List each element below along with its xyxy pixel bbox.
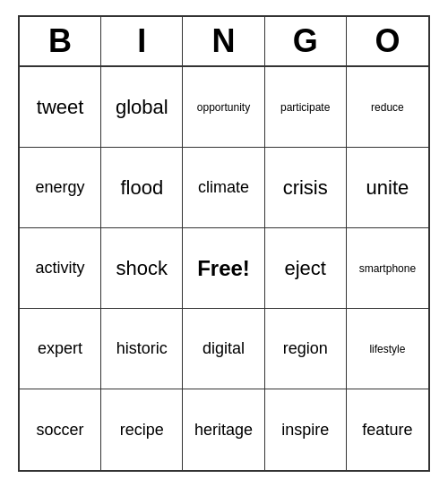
bingo-grid: tweetglobalopportunityparticipatereducee…	[20, 67, 428, 470]
bingo-cell: feature	[347, 389, 428, 470]
bingo-cell: Free!	[183, 228, 264, 309]
header-letter: B	[20, 17, 101, 65]
header-letter: G	[265, 17, 347, 65]
cell-text: digital	[202, 339, 245, 358]
bingo-cell: tweet	[20, 67, 101, 148]
bingo-cell: participate	[265, 67, 347, 148]
bingo-cell: expert	[20, 309, 101, 389]
cell-text: reduce	[371, 101, 404, 114]
bingo-cell: soccer	[20, 389, 101, 470]
cell-text: opportunity	[197, 101, 250, 114]
bingo-cell: flood	[101, 148, 183, 228]
cell-text: unite	[366, 176, 409, 200]
bingo-cell: shock	[101, 228, 183, 309]
cell-text: global	[116, 96, 168, 119]
bingo-cell: region	[265, 309, 347, 389]
bingo-cell: digital	[183, 309, 264, 389]
cell-text: inspire	[281, 421, 329, 440]
bingo-cell: recipe	[101, 389, 183, 470]
bingo-cell: opportunity	[183, 67, 264, 148]
cell-text: lifestyle	[369, 343, 405, 355]
cell-text: recipe	[120, 421, 164, 440]
cell-text: climate	[198, 178, 249, 197]
bingo-cell: reduce	[347, 67, 428, 148]
cell-text: flood	[120, 176, 163, 200]
bingo-cell: inspire	[265, 389, 347, 470]
cell-text: eject	[284, 257, 325, 280]
cell-text: activity	[36, 259, 85, 278]
cell-text: crisis	[283, 176, 328, 200]
bingo-cell: unite	[347, 148, 428, 228]
header-letter: N	[183, 17, 264, 65]
bingo-cell: historic	[101, 309, 183, 389]
cell-text: feature	[362, 421, 412, 440]
cell-text: participate	[280, 101, 330, 114]
bingo-cell: heritage	[183, 389, 264, 470]
cell-text: expert	[38, 339, 82, 358]
bingo-cell: smartphone	[347, 228, 428, 309]
bingo-cell: lifestyle	[347, 309, 428, 389]
bingo-cell: energy	[20, 148, 101, 228]
cell-text: smartphone	[359, 262, 416, 275]
header-letter: I	[101, 17, 183, 65]
cell-text: soccer	[37, 421, 84, 440]
bingo-cell: global	[101, 67, 183, 148]
cell-text: region	[283, 339, 328, 358]
bingo-cell: climate	[183, 148, 264, 228]
cell-text: heritage	[194, 421, 253, 440]
cell-text: historic	[116, 339, 168, 358]
header-letter: O	[347, 17, 428, 65]
cell-text: energy	[36, 178, 85, 197]
bingo-cell: crisis	[265, 148, 347, 228]
cell-text: tweet	[37, 96, 84, 119]
cell-text: Free!	[197, 256, 250, 281]
bingo-header: BINGO	[20, 17, 428, 67]
bingo-cell: activity	[20, 228, 101, 309]
bingo-card: BINGO tweetglobalopportunityparticipater…	[18, 15, 430, 472]
cell-text: shock	[116, 257, 168, 280]
bingo-cell: eject	[265, 228, 347, 309]
